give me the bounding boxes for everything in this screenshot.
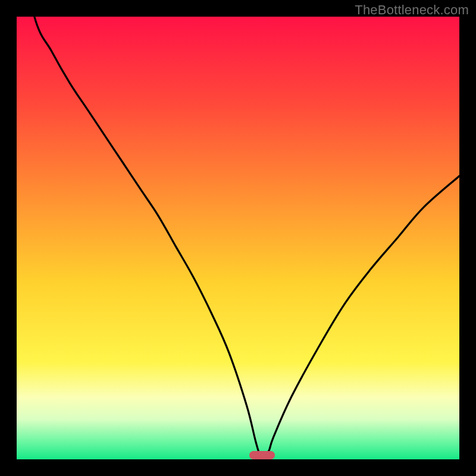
watermark-text: TheBottleneck.com xyxy=(355,2,469,18)
chart-background xyxy=(17,17,459,459)
chart-container: TheBottleneck.com xyxy=(0,0,476,476)
plot-area xyxy=(17,17,459,459)
chart-svg xyxy=(17,17,459,459)
minimum-marker xyxy=(249,451,275,459)
